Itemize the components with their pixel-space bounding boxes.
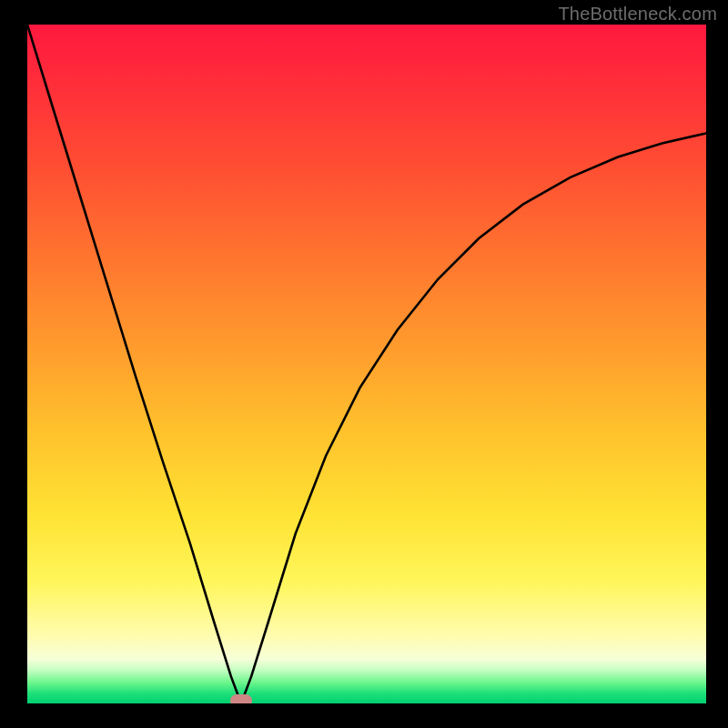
curve-svg bbox=[27, 25, 706, 703]
chart-frame: TheBottleneck.com bbox=[0, 0, 728, 728]
watermark-text: TheBottleneck.com bbox=[558, 4, 717, 25]
optimal-marker bbox=[230, 694, 252, 703]
bottleneck-curve bbox=[27, 25, 706, 703]
plot-area bbox=[27, 25, 706, 703]
